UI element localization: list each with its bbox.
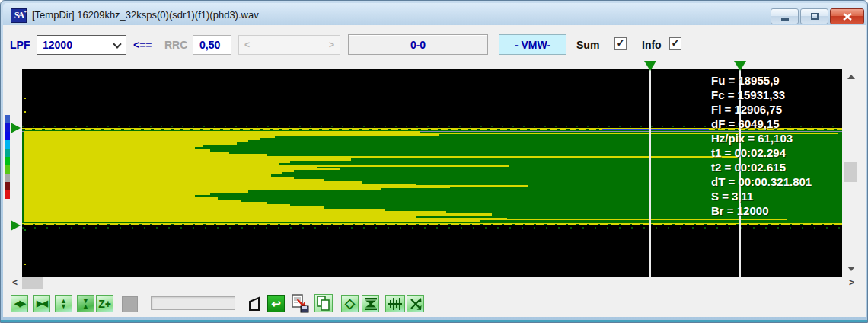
- checkmark-icon: ✓: [672, 37, 680, 49]
- save-export-button[interactable]: [291, 293, 311, 313]
- expand-vertical-button[interactable]: ▲▼: [55, 295, 72, 312]
- palette-segment: [5, 123, 10, 132]
- info-label: Info: [642, 39, 662, 51]
- scroll-down-icon[interactable]: [847, 267, 855, 271]
- palette-segment: [5, 157, 10, 165]
- palette-segment: [5, 190, 10, 199]
- vertical-scrollbar[interactable]: [843, 69, 859, 277]
- lpf-label: LPF: [10, 39, 30, 51]
- progress-bar: [151, 296, 235, 310]
- triangles-in-h-icon: ▶◀: [37, 299, 46, 308]
- checkmark-icon: ✓: [617, 37, 625, 49]
- scroll-left-icon[interactable]: <: [244, 40, 250, 50]
- palette-segment: [5, 182, 10, 190]
- collapse-horizontal-button[interactable]: ▶◀: [33, 295, 50, 312]
- info-line: S = 3,11: [711, 189, 812, 203]
- vertical-scrollbar-thumb[interactable]: [844, 162, 857, 182]
- info-line: dT = 00:00.321.801: [711, 174, 812, 189]
- horizontal-scrollbar-thumb[interactable]: [22, 277, 43, 289]
- measurement-overlay: Fu = 18955,9Fc = 15931,33Fl = 12906,75dF…: [711, 73, 812, 218]
- maximize-icon: [811, 13, 819, 20]
- crossed-arrows-icon: [409, 297, 423, 311]
- rrc-input[interactable]: 0,50: [193, 35, 231, 55]
- info-line: t1 = 00:02.294: [711, 146, 812, 160]
- window-bottom-border: [1, 320, 867, 322]
- spectrogram-display[interactable]: Fu = 18955,9Fc = 15931,33Fl = 12906,75dF…: [22, 69, 842, 277]
- rrc-label: RRC: [164, 39, 187, 51]
- lpf-value: 12000: [43, 39, 72, 51]
- info-line: Fl = 12906,75: [711, 102, 812, 117]
- filter-scrollbar[interactable]: < >: [238, 35, 340, 55]
- comb-filter-icon: [388, 297, 403, 311]
- time-gate-button[interactable]: [362, 295, 379, 312]
- app-window: SA * [TempDir] 16209khz_32ksps(0)(sdr1)(…: [0, 0, 868, 323]
- zoom-plus-button[interactable]: Z+: [96, 295, 113, 312]
- collapse-vertical-button[interactable]: ▼▲: [77, 295, 94, 312]
- palette-segment: [5, 165, 10, 174]
- palette-segment: [5, 115, 10, 123]
- save-export-icon: [292, 294, 310, 313]
- color-palette-strip: [5, 115, 10, 199]
- scroll-up-icon[interactable]: [847, 75, 855, 79]
- scroll-left-icon[interactable]: <: [12, 277, 18, 288]
- copy-button[interactable]: [314, 294, 333, 312]
- polygon-tool-icon: [247, 296, 263, 312]
- scroll-right-icon[interactable]: >: [849, 277, 854, 288]
- title-bar[interactable]: SA * [TempDir] 16209khz_32ksps(0)(sdr1)(…: [3, 3, 866, 25]
- polygon-tool-button[interactable]: [246, 294, 264, 313]
- app-icon-star: *: [24, 6, 27, 19]
- info-line: Fu = 18955,9: [711, 73, 812, 88]
- info-line: Br = 12000: [711, 203, 812, 218]
- assign-arrow-label: <==: [133, 39, 152, 51]
- undo-button[interactable]: ↩: [267, 295, 285, 312]
- triangles-out-v-icon: ▲▼: [60, 299, 67, 309]
- band-lower-marker-icon[interactable]: [11, 220, 21, 231]
- info-checkbox[interactable]: ✓: [669, 37, 681, 50]
- palette-segment: [5, 132, 10, 140]
- sum-checkbox[interactable]: ✓: [614, 37, 627, 50]
- lpf-combobox[interactable]: 12000: [37, 35, 126, 55]
- triangles-in-v-icon: ▼▲: [82, 299, 89, 309]
- crossed-arrows-button[interactable]: [407, 295, 424, 312]
- minimize-icon: [781, 18, 789, 21]
- sum-label: Sum: [576, 39, 599, 51]
- horizontal-scrollbar[interactable]: < >: [7, 277, 860, 289]
- info-line: Hz/pix = 61,103: [711, 131, 812, 146]
- copy-pages-icon: [316, 296, 331, 311]
- chevron-down-icon[interactable]: [113, 40, 121, 48]
- diamond-icon: ◇: [345, 297, 355, 310]
- time-gate-icon: [364, 297, 378, 311]
- undo-icon: ↩: [271, 297, 281, 311]
- time-marker-1-icon[interactable]: [644, 61, 656, 71]
- palette-segment: [5, 140, 10, 149]
- disabled-slot-button: [122, 296, 138, 312]
- expand-horizontal-button[interactable]: ◀▶: [11, 295, 28, 312]
- app-icon: SA *: [11, 8, 27, 23]
- vmw-button[interactable]: - VMW-: [499, 34, 566, 55]
- close-icon: [843, 13, 852, 21]
- triangles-out-h-icon: ◀▶: [14, 299, 24, 308]
- info-line: Fc = 15931,33: [711, 88, 812, 102]
- band-upper-marker-icon[interactable]: [11, 123, 21, 133]
- time-marker-2-icon[interactable]: [734, 61, 746, 71]
- range-display: 0-0: [348, 34, 488, 55]
- info-line: t2 = 00:02.615: [711, 160, 812, 174]
- minimize-button[interactable]: [771, 8, 799, 24]
- info-line: dF = 6049,15: [711, 117, 812, 131]
- maximize-button[interactable]: [800, 8, 828, 24]
- comb-filter-button[interactable]: [385, 295, 405, 312]
- scroll-right-icon[interactable]: >: [329, 40, 334, 50]
- window-title: [TempDir] 16209khz_32ksps(0)(sdr1)(f1)(p…: [32, 9, 259, 21]
- palette-segment: [5, 149, 10, 157]
- app-icon-label: SA: [14, 10, 23, 21]
- close-button[interactable]: [830, 8, 864, 24]
- palette-segment: [5, 174, 10, 182]
- diamond-marker-button[interactable]: ◇: [341, 295, 359, 312]
